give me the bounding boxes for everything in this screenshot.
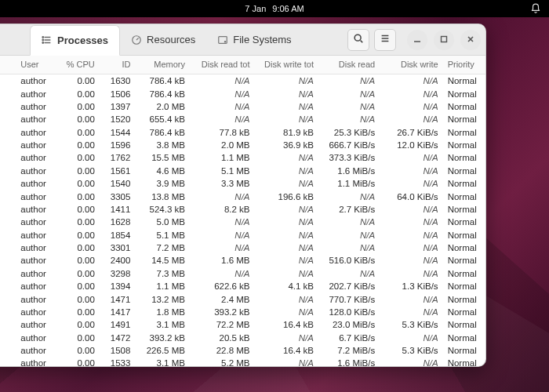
table-row[interactable]: author0.00240014.5 MB1.6 MBN/A516.0 KiB/…	[0, 254, 485, 267]
table-row[interactable]: registryauthor0.0015403.9 MB3.3 MBN/A1.1…	[0, 177, 485, 190]
maximize-icon	[439, 33, 449, 47]
system-monitor-window: Processes Resources File Systems	[0, 24, 486, 367]
table-row[interactable]: tlauthor0.001472393.2 kB20.5 kBN/A6.7 Ki…	[0, 332, 485, 344]
svg-rect-7	[442, 36, 447, 42]
window-close-button[interactable]	[460, 30, 481, 50]
topbar-time: 9:06 AM	[272, 4, 304, 13]
table-row[interactable]: author0.001506786.4 kBN/AN/AN/AN/ANormal	[0, 87, 485, 100]
col-id[interactable]: ID	[100, 56, 136, 74]
svg-point-5	[225, 41, 226, 42]
table-row[interactable]: sionauthor0.001411524.3 kB8.2 kBN/A2.7 K…	[0, 203, 485, 216]
hamburger-icon	[380, 33, 391, 47]
svg-point-2	[42, 42, 43, 43]
col-priority[interactable]: Priority	[443, 56, 485, 74]
search-button[interactable]	[347, 29, 369, 51]
window-maximize-button[interactable]	[434, 30, 454, 50]
tab-processes[interactable]: Processes	[30, 25, 120, 56]
close-icon	[466, 33, 475, 47]
table-row[interactable]: ndar-serverauthor0.0015333.1 MB5.2 MBN/A…	[0, 357, 485, 366]
table-row[interactable]: -search-proviauthor0.0033017.2 MBN/AN/AN…	[0, 241, 485, 254]
col-disk-read-total[interactable]: Disk read tot	[190, 56, 255, 74]
table-row[interactable]: author0.001544786.4 kB77.8 kB81.9 kB25.3…	[0, 126, 485, 139]
table-row[interactable]: author0.00330513.8 MBN/A196.6 kBN/A64.0 …	[0, 190, 485, 202]
table-row[interactable]: inaryauthor0.0014171.8 MB393.2 kBN/A128.…	[0, 306, 485, 318]
search-icon	[353, 33, 364, 47]
window-titlebar: Processes Resources File Systems	[0, 24, 485, 56]
col-cpu[interactable]: % CPU	[56, 56, 99, 74]
svg-point-6	[354, 34, 361, 41]
window-minimize-button[interactable]	[407, 30, 427, 50]
table-row[interactable]: aemonauthor0.0013941.1 MB622.6 kB4.1 kB2…	[0, 280, 485, 292]
view-tabs: Processes Resources File Systems	[30, 24, 303, 55]
col-disk-write[interactable]: Disk write	[380, 56, 442, 74]
gnome-top-bar: 7 Jan 9:06 AM	[0, 0, 549, 17]
table-row[interactable]: author0.001508226.5 MB22.8 MB16.4 kB7.2 …	[0, 344, 485, 357]
col-memory[interactable]: Memory	[135, 56, 190, 74]
process-table[interactable]: ⌄ User % CPU ID Memory Disk read tot Dis…	[0, 56, 485, 366]
svg-point-1	[42, 39, 43, 40]
tab-resources-label: Resources	[147, 34, 195, 45]
topbar-date: 7 Jan	[245, 4, 266, 13]
table-row[interactable]: inaryauthor0.0014913.1 MB72.2 MB16.4 kB2…	[0, 318, 485, 331]
table-row[interactable]: ssbook-factoryauthor0.0015963.8 MB2.0 MB…	[0, 139, 485, 151]
gauge-icon	[131, 34, 142, 45]
svg-point-0	[42, 37, 43, 38]
table-row[interactable]: otifyauthor0.00176215.5 MB1.1 MBN/A373.3…	[0, 151, 485, 164]
list-icon	[42, 34, 53, 45]
col-name[interactable]: ⌄	[0, 56, 16, 74]
table-row[interactable]: author0.001520655.4 kBN/AN/AN/AN/ANormal	[0, 113, 485, 125]
table-row[interactable]: ar-factoryauthor0.0015614.6 MB5.1 MBN/A1…	[0, 165, 485, 177]
table-row[interactable]: author0.0013972.0 MBN/AN/AN/AN/ANormal	[0, 100, 485, 113]
tab-processes-label: Processes	[57, 34, 108, 46]
col-user[interactable]: User	[16, 56, 56, 74]
tab-filesystems-label: File Systems	[233, 34, 291, 45]
tab-resources[interactable]: Resources	[120, 24, 206, 55]
disk-icon	[217, 34, 228, 45]
col-disk-read[interactable]: Disk read	[318, 56, 380, 74]
menu-button[interactable]	[374, 29, 396, 51]
table-row[interactable]: esktop-daemauthor0.00147113.2 MB2.4 MBN/…	[0, 292, 485, 305]
table-row[interactable]: author0.0018545.1 MBN/AN/AN/AN/ANormal	[0, 229, 485, 241]
minimize-icon	[413, 33, 422, 47]
table-header-row[interactable]: ⌄ User % CPU ID Memory Disk read tot Dis…	[0, 56, 485, 74]
notifications-icon[interactable]	[530, 3, 541, 14]
table-row[interactable]: erauthor0.001630786.4 kBN/AN/AN/AN/ANorm…	[0, 74, 485, 88]
table-row[interactable]: enter-search-pauthor0.0032987.3 MBN/AN/A…	[0, 267, 485, 280]
col-disk-write-total[interactable]: Disk write tot	[255, 56, 318, 74]
table-row[interactable]: author0.0016285.0 MBN/AN/AN/AN/ANormal	[0, 216, 485, 228]
tab-filesystems[interactable]: File Systems	[206, 24, 302, 55]
